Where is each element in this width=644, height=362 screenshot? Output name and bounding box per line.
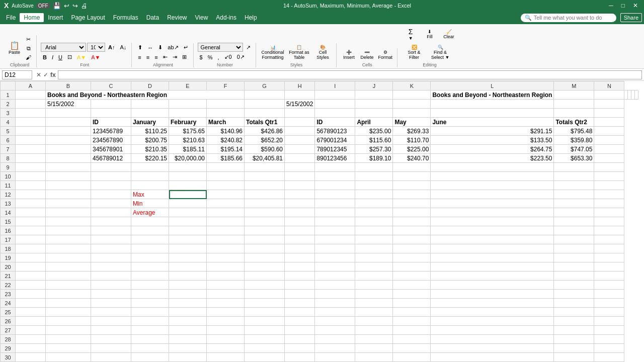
cell-A7[interactable] <box>16 145 46 154</box>
cell-M17[interactable] <box>554 235 594 244</box>
cell-A21[interactable] <box>16 272 46 281</box>
cell-L1[interactable] <box>628 90 631 100</box>
cell-G21[interactable] <box>245 272 285 281</box>
row-header-29[interactable]: 29 <box>1 344 16 353</box>
cell-F29[interactable] <box>207 344 245 353</box>
cell-A22[interactable] <box>16 281 46 290</box>
cell-G16[interactable] <box>245 226 285 235</box>
cell-N4[interactable] <box>594 118 624 127</box>
cell-C25[interactable] <box>91 308 131 317</box>
cell-D16[interactable] <box>131 226 169 235</box>
cell-N21[interactable] <box>594 272 624 281</box>
cell-C27[interactable] <box>91 326 131 335</box>
cell-J9[interactable] <box>355 163 393 172</box>
col-header-d[interactable]: D <box>131 81 169 90</box>
cell-L24[interactable] <box>431 299 554 308</box>
bold-button[interactable]: B <box>41 53 49 61</box>
increase-indent-button[interactable]: ⇥ <box>171 53 179 61</box>
confirm-formula-icon[interactable]: ✓ <box>43 71 48 78</box>
row-header-28[interactable]: 28 <box>1 335 16 344</box>
cell-I21[interactable] <box>315 272 355 281</box>
cell-N12[interactable] <box>594 190 624 199</box>
cell-J18[interactable] <box>355 244 393 253</box>
cell-M3[interactable] <box>554 109 594 118</box>
cell-K29[interactable] <box>393 344 431 353</box>
cell-L27[interactable] <box>431 326 554 335</box>
cell-A16[interactable] <box>16 226 46 235</box>
cell-K8[interactable]: $240.70 <box>393 154 431 163</box>
cell-K25[interactable] <box>393 308 431 317</box>
number-format-selector[interactable]: General <box>198 43 243 52</box>
sort-filter-button[interactable]: 🔀Sort &Filter <box>401 43 427 61</box>
row-header-27[interactable]: 27 <box>1 326 16 335</box>
cell-C10[interactable] <box>91 172 131 181</box>
cell-H10[interactable] <box>285 172 315 181</box>
cell-D1[interactable] <box>285 90 315 100</box>
cell-G22[interactable] <box>245 281 285 290</box>
cell-I11[interactable] <box>315 181 355 190</box>
name-box[interactable]: D12 <box>2 70 32 79</box>
decrease-decimal-button[interactable]: ↙0 <box>222 53 234 61</box>
cell-F23[interactable] <box>207 290 245 299</box>
menu-help[interactable]: Help <box>240 13 261 22</box>
cell-F10[interactable] <box>207 172 245 181</box>
cell-A11[interactable] <box>16 181 46 190</box>
cell-G26[interactable] <box>245 317 285 326</box>
cell-C2[interactable] <box>91 100 131 109</box>
cell-E6[interactable]: $210.63 <box>169 136 207 145</box>
row-header-13[interactable]: 13 <box>1 199 16 208</box>
cell-L12[interactable] <box>431 190 554 199</box>
cell-J17[interactable] <box>355 235 393 244</box>
menu-review[interactable]: Review <box>163 13 191 22</box>
cell-A29[interactable] <box>16 344 46 353</box>
cell-I16[interactable] <box>315 226 355 235</box>
cell-H17[interactable] <box>285 235 315 244</box>
currency-button[interactable]: $ <box>198 53 205 61</box>
cell-E29[interactable] <box>169 344 207 353</box>
row-header-15[interactable]: 15 <box>1 217 16 226</box>
cell-G29[interactable] <box>245 344 285 353</box>
cell-L2[interactable] <box>431 100 554 109</box>
cell-K6[interactable]: $110.70 <box>393 136 431 145</box>
cell-G5[interactable]: $426.86 <box>245 127 285 136</box>
cell-H14[interactable] <box>285 208 315 217</box>
row-header-22[interactable]: 22 <box>1 281 16 290</box>
cell-B28[interactable] <box>46 335 91 344</box>
cell-B4[interactable] <box>46 118 91 127</box>
cell-A20[interactable] <box>16 262 46 272</box>
cell-H6[interactable] <box>285 136 315 145</box>
cell-I15[interactable] <box>315 217 355 226</box>
cell-G12[interactable] <box>245 190 285 199</box>
close-button[interactable]: ✕ <box>631 2 640 9</box>
cut-button[interactable]: ✂ <box>24 35 33 44</box>
cell-H12[interactable] <box>285 190 315 199</box>
cell-F12[interactable] <box>207 190 245 199</box>
cell-H29[interactable] <box>285 344 315 353</box>
cell-N7[interactable] <box>594 145 624 154</box>
cell-G9[interactable] <box>245 163 285 172</box>
cell-I5[interactable]: 567890123 <box>315 127 355 136</box>
cell-E18[interactable] <box>169 244 207 253</box>
cell-M14[interactable] <box>554 208 594 217</box>
cell-A13[interactable] <box>16 199 46 208</box>
cell-K5[interactable]: $269.33 <box>393 127 431 136</box>
cell-A2[interactable] <box>16 100 46 109</box>
cell-N3[interactable] <box>594 109 624 118</box>
cell-N29[interactable] <box>594 344 624 353</box>
cell-G25[interactable] <box>245 308 285 317</box>
col-header-f[interactable]: F <box>207 81 245 90</box>
italic-button[interactable]: I <box>50 53 55 61</box>
row-header-11[interactable]: 11 <box>1 181 16 190</box>
cell-I7[interactable]: 789012345 <box>315 145 355 154</box>
cell-L22[interactable] <box>431 281 554 290</box>
cell-J15[interactable] <box>355 217 393 226</box>
cell-A30[interactable] <box>16 353 46 362</box>
align-bottom-button[interactable]: ⬇ <box>156 43 165 52</box>
cell-B20[interactable] <box>46 262 91 272</box>
cell-H13[interactable] <box>285 199 315 208</box>
cell-D2[interactable] <box>131 100 169 109</box>
row-header-1[interactable]: 1 <box>1 90 16 100</box>
cell-F13[interactable] <box>207 199 245 208</box>
cell-B19[interactable] <box>46 253 91 262</box>
insert-cells-button[interactable]: ➕Insert <box>341 48 358 61</box>
